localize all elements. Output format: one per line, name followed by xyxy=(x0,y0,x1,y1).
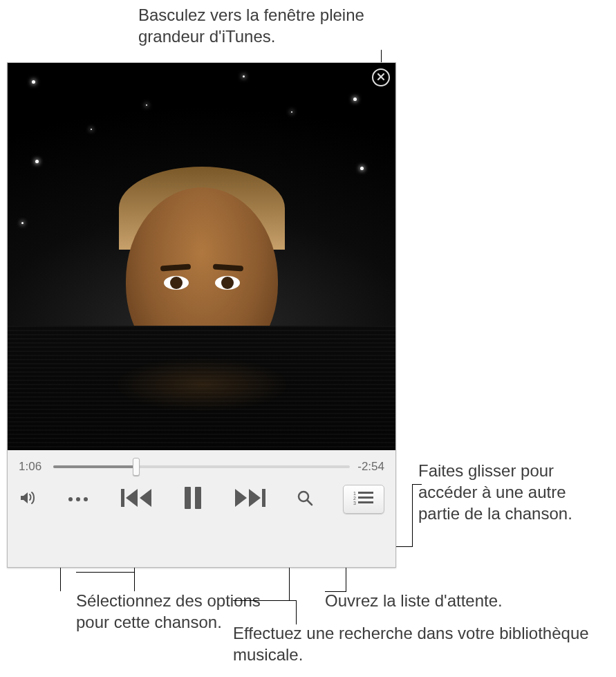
next-track-button[interactable] xyxy=(232,486,267,512)
previous-track-button[interactable] xyxy=(120,486,154,512)
svg-text:2: 2 xyxy=(353,496,356,501)
decoration xyxy=(353,98,357,101)
scrubber-track[interactable] xyxy=(53,465,350,468)
play-pause-button[interactable] xyxy=(183,485,203,513)
miniplayer-window: 1:06 -2:54 xyxy=(7,62,396,568)
leader-line xyxy=(412,484,413,547)
callout-queue: Ouvrez la liste d'attente. xyxy=(325,590,601,611)
svg-rect-8 xyxy=(358,497,373,499)
decoration xyxy=(360,167,364,170)
svg-rect-1 xyxy=(185,487,191,509)
callout-full-window: Basculez vers la fenêtre pleine grandeur… xyxy=(138,4,401,47)
svg-rect-2 xyxy=(195,487,201,509)
volume-button[interactable] xyxy=(19,489,37,510)
elapsed-time: 1:06 xyxy=(19,460,46,474)
svg-text:3: 3 xyxy=(353,501,356,506)
leader-line xyxy=(60,567,61,591)
callout-options: Sélectionnez des options pour cette chan… xyxy=(76,590,283,633)
search-button[interactable] xyxy=(296,489,314,510)
leader-line xyxy=(346,567,346,591)
progress-row: 1:06 -2:54 xyxy=(8,450,395,478)
previous-track-icon xyxy=(120,486,154,512)
decoration xyxy=(35,160,39,163)
decoration xyxy=(91,129,92,130)
scrubber-played xyxy=(53,465,136,468)
pause-icon xyxy=(183,485,203,513)
playback-controls: 123 xyxy=(8,478,395,525)
decoration xyxy=(21,222,24,224)
leader-line xyxy=(233,600,297,601)
album-art xyxy=(8,63,395,450)
decoration xyxy=(243,75,245,77)
decoration xyxy=(146,104,147,106)
volume-icon xyxy=(19,489,37,510)
close-icon xyxy=(377,71,385,84)
scrubber-thumb[interactable] xyxy=(133,458,140,476)
leader-line xyxy=(325,591,346,592)
decoration xyxy=(8,326,395,450)
up-next-button[interactable]: 123 xyxy=(343,485,384,514)
callout-scrub: Faites glisser pour accéder à une autre … xyxy=(418,460,612,525)
svg-rect-0 xyxy=(121,489,124,507)
callout-search: Effectuez une recherche dans votre bibli… xyxy=(233,622,606,665)
svg-rect-10 xyxy=(358,501,373,503)
leader-line xyxy=(412,484,422,485)
close-miniplayer-button[interactable] xyxy=(372,68,390,86)
next-track-icon xyxy=(232,486,267,512)
leader-line xyxy=(134,572,135,591)
ellipsis-icon xyxy=(66,497,91,501)
svg-text:1: 1 xyxy=(353,491,356,496)
leader-line xyxy=(289,567,290,600)
more-options-button[interactable] xyxy=(66,497,91,501)
decoration xyxy=(32,80,35,84)
remaining-time: -2:54 xyxy=(357,460,384,474)
svg-rect-3 xyxy=(262,489,265,507)
decoration xyxy=(291,111,292,113)
leader-line xyxy=(296,600,297,624)
search-icon xyxy=(296,489,314,510)
leader-line xyxy=(76,572,135,573)
queue-list-icon: 123 xyxy=(353,490,374,508)
svg-rect-6 xyxy=(358,492,373,494)
